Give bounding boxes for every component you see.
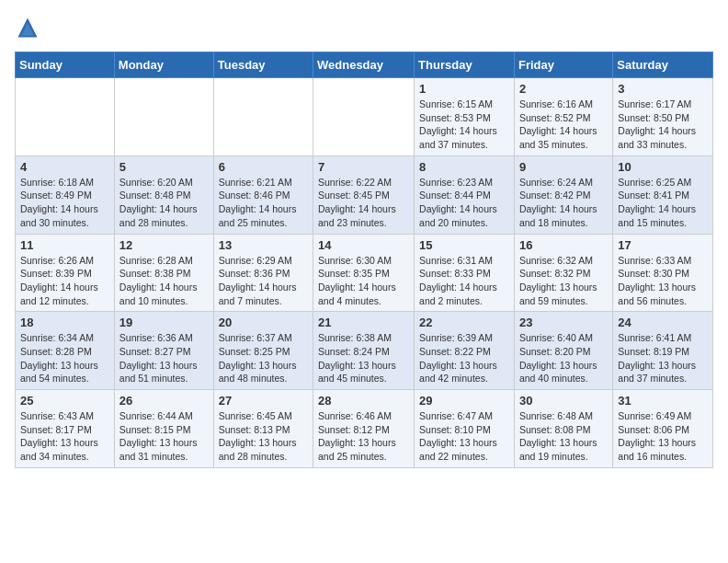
column-header-monday: Monday bbox=[114, 52, 213, 78]
calendar-cell: 31Sunrise: 6:49 AM Sunset: 8:06 PM Dayli… bbox=[613, 390, 713, 468]
day-info: Sunrise: 6:49 AM Sunset: 8:06 PM Dayligh… bbox=[618, 409, 708, 464]
day-info: Sunrise: 6:22 AM Sunset: 8:45 PM Dayligh… bbox=[318, 176, 409, 230]
day-number: 31 bbox=[618, 394, 708, 408]
calendar-cell: 29Sunrise: 6:47 AM Sunset: 8:10 PM Dayli… bbox=[415, 390, 515, 468]
day-info: Sunrise: 6:36 AM Sunset: 8:27 PM Dayligh… bbox=[119, 331, 209, 385]
day-number: 30 bbox=[519, 394, 608, 408]
day-info: Sunrise: 6:18 AM Sunset: 8:49 PM Dayligh… bbox=[20, 176, 109, 230]
calendar-cell: 5Sunrise: 6:20 AM Sunset: 8:48 PM Daylig… bbox=[114, 155, 213, 234]
day-number: 13 bbox=[219, 238, 308, 252]
day-number: 20 bbox=[219, 316, 308, 329]
day-info: Sunrise: 6:38 AM Sunset: 8:24 PM Dayligh… bbox=[318, 331, 409, 385]
day-number: 14 bbox=[318, 238, 409, 252]
day-info: Sunrise: 6:16 AM Sunset: 8:52 PM Dayligh… bbox=[519, 98, 608, 152]
generalblue-logo-icon bbox=[15, 15, 40, 40]
day-info: Sunrise: 6:21 AM Sunset: 8:46 PM Dayligh… bbox=[219, 176, 308, 230]
calendar-cell: 23Sunrise: 6:40 AM Sunset: 8:20 PM Dayli… bbox=[514, 312, 612, 390]
calendar-cell: 22Sunrise: 6:39 AM Sunset: 8:22 PM Dayli… bbox=[415, 312, 515, 390]
day-info: Sunrise: 6:37 AM Sunset: 8:25 PM Dayligh… bbox=[219, 331, 308, 385]
calendar-cell: 20Sunrise: 6:37 AM Sunset: 8:25 PM Dayli… bbox=[213, 312, 313, 390]
calendar-cell bbox=[114, 78, 213, 156]
calendar-cell: 7Sunrise: 6:22 AM Sunset: 8:45 PM Daylig… bbox=[313, 155, 415, 234]
calendar-cell: 10Sunrise: 6:25 AM Sunset: 8:41 PM Dayli… bbox=[613, 155, 713, 234]
day-info: Sunrise: 6:41 AM Sunset: 8:19 PM Dayligh… bbox=[618, 331, 708, 385]
day-number: 25 bbox=[20, 394, 109, 408]
day-info: Sunrise: 6:43 AM Sunset: 8:17 PM Dayligh… bbox=[20, 409, 109, 464]
calendar-cell: 16Sunrise: 6:32 AM Sunset: 8:32 PM Dayli… bbox=[514, 234, 612, 312]
day-info: Sunrise: 6:44 AM Sunset: 8:15 PM Dayligh… bbox=[119, 409, 209, 464]
calendar-cell: 8Sunrise: 6:23 AM Sunset: 8:44 PM Daylig… bbox=[415, 155, 515, 234]
day-info: Sunrise: 6:40 AM Sunset: 8:20 PM Dayligh… bbox=[519, 331, 608, 385]
day-number: 18 bbox=[20, 316, 109, 329]
day-info: Sunrise: 6:15 AM Sunset: 8:53 PM Dayligh… bbox=[419, 98, 509, 152]
day-info: Sunrise: 6:17 AM Sunset: 8:50 PM Dayligh… bbox=[618, 98, 708, 152]
day-info: Sunrise: 6:30 AM Sunset: 8:35 PM Dayligh… bbox=[318, 254, 409, 308]
column-header-tuesday: Tuesday bbox=[213, 52, 313, 78]
day-number: 23 bbox=[519, 316, 608, 329]
day-number: 3 bbox=[618, 82, 708, 96]
calendar-week-row: 11Sunrise: 6:26 AM Sunset: 8:39 PM Dayli… bbox=[16, 234, 713, 312]
calendar-table: SundayMondayTuesdayWednesdayThursdayFrid… bbox=[15, 52, 713, 468]
calendar-cell: 4Sunrise: 6:18 AM Sunset: 8:49 PM Daylig… bbox=[16, 155, 115, 234]
day-info: Sunrise: 6:20 AM Sunset: 8:48 PM Dayligh… bbox=[119, 176, 209, 230]
calendar-cell: 6Sunrise: 6:21 AM Sunset: 8:46 PM Daylig… bbox=[213, 155, 313, 234]
day-info: Sunrise: 6:39 AM Sunset: 8:22 PM Dayligh… bbox=[419, 331, 509, 385]
calendar-cell: 28Sunrise: 6:46 AM Sunset: 8:12 PM Dayli… bbox=[313, 390, 415, 468]
calendar-cell: 30Sunrise: 6:48 AM Sunset: 8:08 PM Dayli… bbox=[514, 390, 612, 468]
day-number: 17 bbox=[618, 238, 708, 252]
day-number: 9 bbox=[519, 160, 608, 174]
logo bbox=[15, 15, 44, 40]
calendar-cell: 3Sunrise: 6:17 AM Sunset: 8:50 PM Daylig… bbox=[613, 78, 713, 156]
day-number: 6 bbox=[219, 160, 308, 174]
day-number: 29 bbox=[419, 394, 509, 408]
calendar-cell: 15Sunrise: 6:31 AM Sunset: 8:33 PM Dayli… bbox=[415, 234, 515, 312]
calendar-cell: 11Sunrise: 6:26 AM Sunset: 8:39 PM Dayli… bbox=[16, 234, 115, 312]
day-info: Sunrise: 6:46 AM Sunset: 8:12 PM Dayligh… bbox=[318, 409, 409, 464]
calendar-cell bbox=[313, 78, 415, 156]
calendar-cell: 1Sunrise: 6:15 AM Sunset: 8:53 PM Daylig… bbox=[415, 78, 515, 156]
day-info: Sunrise: 6:28 AM Sunset: 8:38 PM Dayligh… bbox=[119, 254, 209, 308]
day-info: Sunrise: 6:24 AM Sunset: 8:42 PM Dayligh… bbox=[519, 176, 608, 230]
calendar-cell bbox=[16, 78, 115, 156]
day-number: 28 bbox=[318, 394, 409, 408]
day-number: 10 bbox=[618, 160, 708, 174]
day-info: Sunrise: 6:25 AM Sunset: 8:41 PM Dayligh… bbox=[618, 176, 708, 230]
calendar-week-row: 25Sunrise: 6:43 AM Sunset: 8:17 PM Dayli… bbox=[16, 390, 713, 468]
calendar-cell: 21Sunrise: 6:38 AM Sunset: 8:24 PM Dayli… bbox=[313, 312, 415, 390]
day-info: Sunrise: 6:47 AM Sunset: 8:10 PM Dayligh… bbox=[419, 409, 509, 464]
column-header-thursday: Thursday bbox=[415, 52, 515, 78]
day-number: 26 bbox=[119, 394, 209, 408]
day-number: 21 bbox=[318, 316, 409, 329]
calendar-cell: 9Sunrise: 6:24 AM Sunset: 8:42 PM Daylig… bbox=[514, 155, 612, 234]
calendar-cell: 24Sunrise: 6:41 AM Sunset: 8:19 PM Dayli… bbox=[613, 312, 713, 390]
column-header-saturday: Saturday bbox=[613, 52, 713, 78]
column-header-wednesday: Wednesday bbox=[313, 52, 415, 78]
day-number: 12 bbox=[119, 238, 209, 252]
day-number: 2 bbox=[519, 82, 608, 96]
day-info: Sunrise: 6:34 AM Sunset: 8:28 PM Dayligh… bbox=[20, 331, 109, 385]
page-header bbox=[15, 15, 713, 40]
day-info: Sunrise: 6:26 AM Sunset: 8:39 PM Dayligh… bbox=[20, 254, 109, 308]
calendar-cell: 25Sunrise: 6:43 AM Sunset: 8:17 PM Dayli… bbox=[16, 390, 115, 468]
day-number: 19 bbox=[119, 316, 209, 329]
calendar-header-row: SundayMondayTuesdayWednesdayThursdayFrid… bbox=[16, 52, 713, 78]
calendar-cell: 2Sunrise: 6:16 AM Sunset: 8:52 PM Daylig… bbox=[514, 78, 612, 156]
calendar-week-row: 4Sunrise: 6:18 AM Sunset: 8:49 PM Daylig… bbox=[16, 155, 713, 234]
day-number: 1 bbox=[419, 82, 509, 96]
day-number: 22 bbox=[419, 316, 509, 329]
day-info: Sunrise: 6:32 AM Sunset: 8:32 PM Dayligh… bbox=[519, 254, 608, 308]
calendar-cell: 26Sunrise: 6:44 AM Sunset: 8:15 PM Dayli… bbox=[114, 390, 213, 468]
day-number: 27 bbox=[219, 394, 308, 408]
day-info: Sunrise: 6:31 AM Sunset: 8:33 PM Dayligh… bbox=[419, 254, 509, 308]
day-info: Sunrise: 6:48 AM Sunset: 8:08 PM Dayligh… bbox=[519, 409, 608, 464]
day-number: 8 bbox=[419, 160, 509, 174]
column-header-sunday: Sunday bbox=[16, 52, 115, 78]
calendar-cell: 17Sunrise: 6:33 AM Sunset: 8:30 PM Dayli… bbox=[613, 234, 713, 312]
day-info: Sunrise: 6:45 AM Sunset: 8:13 PM Dayligh… bbox=[219, 409, 308, 464]
column-header-friday: Friday bbox=[514, 52, 612, 78]
day-number: 15 bbox=[419, 238, 509, 252]
calendar-cell: 27Sunrise: 6:45 AM Sunset: 8:13 PM Dayli… bbox=[213, 390, 313, 468]
day-number: 4 bbox=[20, 160, 109, 174]
day-number: 7 bbox=[318, 160, 409, 174]
calendar-cell bbox=[213, 78, 313, 156]
